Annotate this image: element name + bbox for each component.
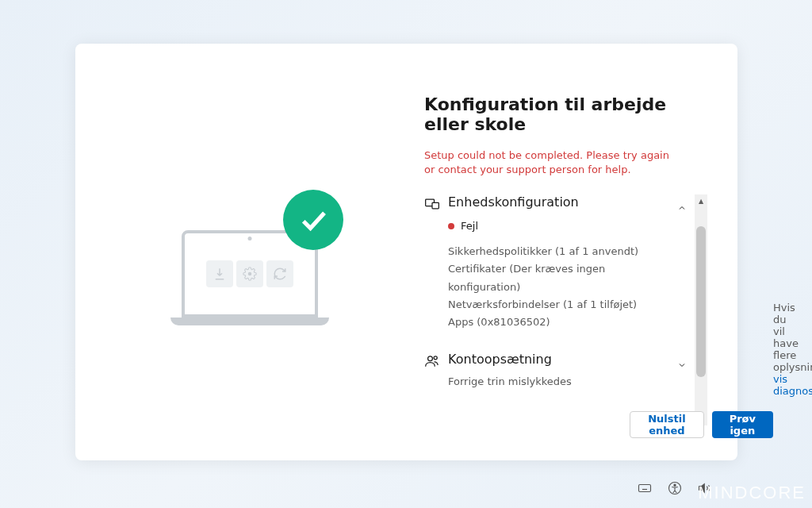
section-title: Kontoopsætning bbox=[448, 352, 552, 367]
accessibility-icon[interactable] bbox=[668, 481, 682, 498]
detail-item: Apps (0x81036502) bbox=[448, 314, 680, 331]
scrollbar[interactable]: ▲ ▼ bbox=[695, 194, 707, 425]
keyboard-icon[interactable] bbox=[638, 481, 652, 498]
error-message: Setup could not be completed. Please try… bbox=[424, 148, 704, 177]
devices-icon bbox=[424, 196, 440, 215]
reset-device-button[interactable]: Nulstil enhed bbox=[630, 411, 703, 438]
watermark: MINDCORE bbox=[698, 483, 806, 503]
scrollbar-thumb[interactable] bbox=[696, 226, 706, 377]
detail-list: Sikkerhedspolitikker (1 af 1 anvendt) Ce… bbox=[448, 243, 680, 330]
section-status-row: Forrige trin mislykkedes bbox=[448, 375, 680, 387]
retry-button[interactable]: Prøv igen bbox=[712, 411, 773, 438]
sections-scroll-area: Enhedskonfiguration Fejl Sikkerhedspolit… bbox=[424, 194, 704, 438]
section-status: Forrige trin mislykkedes bbox=[448, 375, 572, 387]
page-title: Konfiguration til arbejde eller skole bbox=[424, 94, 704, 134]
svg-rect-4 bbox=[639, 485, 651, 492]
refresh-icon bbox=[266, 260, 293, 287]
illustration-panel bbox=[75, 44, 424, 460]
checkmark-badge-icon bbox=[283, 190, 343, 250]
diagnostics-link[interactable]: vis diagnosticering. bbox=[773, 373, 812, 397]
laptop-illustration bbox=[170, 210, 329, 325]
section-account-setup: Kontoopsætning Forrige trin mislykkedes bbox=[424, 352, 680, 387]
section-title: Enhedskonfiguration bbox=[448, 194, 579, 210]
chevron-up-icon[interactable] bbox=[677, 201, 687, 216]
setup-card: Konfiguration til arbejde eller skole Se… bbox=[75, 44, 737, 460]
section-device-config: Enhedskonfiguration Fejl Sikkerhedspolit… bbox=[424, 194, 680, 330]
detail-item: Sikkerhedspolitikker (1 af 1 anvendt) bbox=[448, 243, 680, 260]
download-icon bbox=[206, 260, 233, 287]
error-dot-icon bbox=[448, 223, 454, 229]
people-icon bbox=[424, 353, 440, 372]
scroll-up-arrow-icon[interactable]: ▲ bbox=[695, 194, 707, 207]
gear-icon bbox=[236, 260, 263, 287]
detail-item: Netværksforbindelser (1 af 1 tilføjet) bbox=[448, 296, 680, 314]
svg-point-6 bbox=[674, 484, 676, 486]
svg-point-2 bbox=[428, 356, 433, 361]
svg-point-3 bbox=[434, 356, 437, 360]
section-header[interactable]: Enhedskonfiguration bbox=[424, 194, 680, 215]
section-status: Fejl bbox=[461, 220, 478, 232]
section-header[interactable]: Kontoopsætning bbox=[424, 352, 680, 372]
detail-item: Certifikater (Der kræves ingen konfigura… bbox=[448, 260, 680, 295]
status-row: Fejl bbox=[448, 220, 680, 232]
svg-rect-1 bbox=[432, 203, 439, 210]
content-panel: Konfiguration til arbejde eller skole Se… bbox=[424, 44, 737, 460]
chevron-down-icon[interactable] bbox=[677, 358, 687, 373]
